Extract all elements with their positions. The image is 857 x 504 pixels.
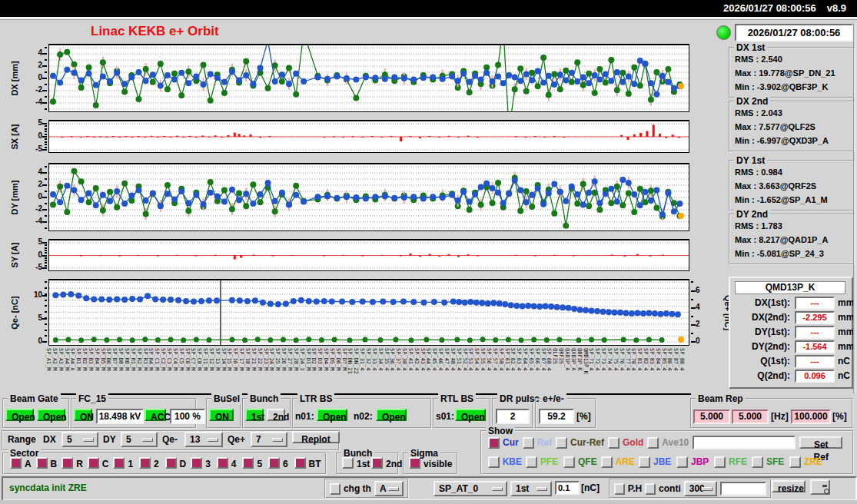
qe-tick (45, 300, 47, 301)
bunch-2nd-button[interactable]: 2nd (267, 409, 285, 421)
resize-button[interactable]: resize (772, 480, 806, 492)
stat-title: DY 2nd (734, 209, 770, 220)
fc15-acc-button[interactable]: ACC (144, 409, 166, 421)
qe-ytick-label: 0 (24, 337, 42, 345)
show-checkbox-JBP[interactable] (676, 456, 688, 468)
show-checkbox-SFE[interactable] (752, 456, 763, 468)
bpm-label: SP_81_4 (636, 348, 643, 371)
sx-ytick-label: -5 (24, 144, 42, 153)
show-checkbox-Cur[interactable] (488, 437, 500, 449)
chg-th-checkbox[interactable] (330, 483, 340, 495)
sp-select-dropdown[interactable]: SP_AT_0 (433, 481, 507, 496)
range-qem-dropdown[interactable]: 13 (184, 432, 223, 447)
sector-checkbox-6[interactable] (268, 457, 280, 469)
sector-checkbox-4[interactable] (217, 457, 228, 469)
qe-tick (691, 333, 693, 334)
bpm-label: QAD1P_A (564, 348, 570, 371)
ltr-n02-open-button[interactable]: Open (376, 409, 407, 421)
ref-name-input[interactable] (693, 436, 796, 449)
sector-checkbox-5[interactable] (242, 457, 254, 469)
extra-input[interactable] (720, 482, 766, 496)
show-checkbox-QFE[interactable] (563, 456, 575, 468)
show-checkbox-RFE[interactable] (714, 456, 726, 468)
screenshot-button[interactable] (810, 479, 830, 495)
bpm-label: QLF2S (552, 348, 558, 364)
range-dy-dropdown[interactable]: 5 (121, 432, 158, 447)
bpm-label: SP_C5_M (178, 348, 184, 371)
sx-tick (45, 138, 47, 140)
bpm-label: QBF3P_K (576, 348, 583, 371)
show-checkbox-PFE[interactable] (526, 456, 537, 468)
replot-button[interactable]: Replot (292, 431, 340, 443)
rtl-s01-open-button[interactable]: Open (455, 409, 486, 421)
bunch-select-dropdown[interactable]: 1st (510, 481, 552, 496)
epm-unit: [%] (576, 411, 591, 422)
show-checkbox-ARE[interactable] (601, 456, 613, 468)
stat-box-dx2: DX 2nd RMS : 2.043 Max : 7.577@QLF2S Min… (729, 101, 855, 152)
range-qep-dropdown[interactable]: 7 (251, 432, 287, 447)
th-dropdown[interactable]: A (374, 481, 404, 496)
beam-gate-title: Beam Gate (8, 393, 61, 404)
page-title: Linac KEKB e+ Orbit (91, 24, 219, 39)
ltr-n01-open-button[interactable]: Open (317, 409, 347, 421)
sector-checkbox-B[interactable] (36, 457, 48, 469)
bunch-1st-button[interactable]: 1st (245, 409, 264, 421)
show-checkbox-Ave10[interactable] (647, 437, 659, 449)
dx-tick (45, 47, 47, 48)
beam-gate-open1-button[interactable]: Open (5, 409, 34, 421)
sector-checkbox-D[interactable] (165, 457, 177, 469)
show-checkbox-Cur-Ref[interactable] (556, 437, 567, 449)
stat-max: Max : 8.217@QAD1P_A (735, 235, 828, 244)
ph-checkbox[interactable] (614, 483, 625, 495)
bpm-label: SP_44_4 (425, 348, 431, 371)
show-label-ZRE: ZRE (804, 456, 822, 467)
bunch-filter-checkbox-1st[interactable] (342, 457, 354, 469)
sigma-checkbox-visible[interactable] (409, 457, 420, 469)
monitor-row-value: --- (795, 326, 835, 339)
bpm-label: SP_35_4 (384, 348, 390, 371)
show-checkbox-Ref[interactable] (523, 437, 534, 449)
fc15-on-button[interactable]: ON (74, 409, 92, 421)
bunch-filter-checkbox-2nd[interactable] (371, 457, 383, 469)
bpm-label: SP_23_M (263, 348, 269, 371)
conti-checkbox[interactable] (645, 483, 656, 495)
set-ref-button[interactable]: Set Ref (799, 436, 842, 449)
sy-ytick-label: 0 (24, 250, 42, 259)
sx-tick (42, 123, 47, 124)
qe-tick (42, 295, 47, 297)
show-checkbox-KBE[interactable] (488, 456, 500, 468)
bpm-label: SP_D7_M (341, 348, 347, 371)
points-dropdown[interactable]: 300 (684, 481, 717, 496)
bpm-label: SP_B6_M (105, 348, 111, 371)
bpm-label: SP_52_4 (462, 348, 468, 371)
qe-tick (45, 317, 47, 319)
sector-label-5: 5 (257, 459, 262, 469)
qe-tick (42, 341, 47, 343)
show-checkbox-Gold[interactable] (608, 437, 619, 449)
sy-tick (42, 267, 47, 269)
bpm-label: SP_A2_M (51, 348, 58, 371)
sector-checkbox-3[interactable] (191, 457, 202, 469)
bpm-label: SP_66_4 (534, 348, 540, 371)
dx-tick (42, 102, 47, 104)
bpm-label: SP_16_M (232, 348, 238, 371)
sector-checkbox-A[interactable] (10, 457, 22, 469)
bpm-label: SP_54_4 (473, 348, 480, 371)
sector-checkbox-C[interactable] (88, 457, 99, 469)
bpm-label: SP_R3_M (142, 348, 148, 371)
charge-threshold-input[interactable] (555, 481, 580, 495)
range-dx-dropdown[interactable]: 5 (61, 432, 98, 447)
sector-checkbox-R[interactable] (61, 457, 73, 469)
show-checkbox-JBE[interactable] (639, 456, 650, 468)
bpm-label: SP_51_4 (456, 348, 462, 371)
bpm-label: SP_78_4 (630, 348, 636, 371)
monitor-row-label: DY(2nd): (730, 340, 790, 353)
sector-checkbox-2[interactable] (139, 457, 151, 469)
busel-on-button[interactable]: ON (209, 409, 234, 421)
sector-checkbox-BT[interactable] (294, 457, 306, 469)
beam-gate-open2-button[interactable]: Open (37, 409, 65, 421)
show-checkbox-ZRE[interactable] (789, 456, 801, 468)
sector-checkbox-1[interactable] (113, 457, 125, 469)
show-item-JBE: JBE (639, 456, 673, 468)
qe-ytick-label: 6 (696, 286, 716, 294)
